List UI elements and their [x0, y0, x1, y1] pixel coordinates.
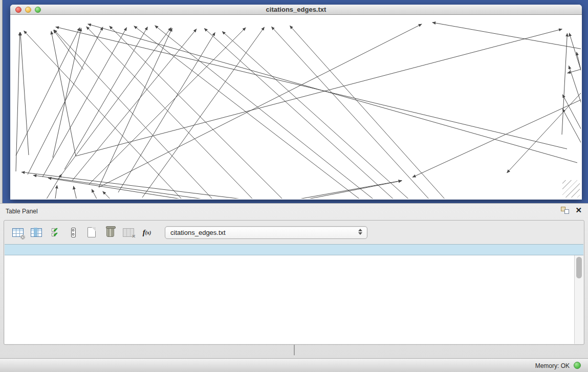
- memory-ok-indicator[interactable]: [574, 362, 581, 369]
- network-edge[interactable]: [74, 186, 82, 199]
- network-edge[interactable]: [103, 191, 135, 199]
- network-edge[interactable]: [76, 29, 562, 156]
- table-selector-value: citations_edges.txt: [165, 229, 226, 236]
- network-edge[interactable]: [86, 27, 277, 199]
- window-title: citations_edges.txt: [10, 6, 582, 13]
- table-settings-icon[interactable]: [10, 225, 26, 239]
- table-toolbar: ✔ ✔ f(x) citations_edges.txt: [4, 221, 584, 244]
- memory-status-label: Memory: OK: [535, 362, 570, 369]
- table-panel-body: ✔ ✔ f(x) citations_edges.txt: [4, 220, 584, 345]
- dropdown-stepper-icon: [358, 229, 362, 235]
- network-edge[interactable]: [48, 178, 339, 199]
- table-panel: Table Panel ✕ ✔ ✔ f(x): [0, 203, 588, 358]
- network-edge[interactable]: [28, 27, 103, 174]
- float-window-icon[interactable]: [561, 207, 569, 214]
- table-header-row: [5, 244, 583, 255]
- table-selector-dropdown[interactable]: citations_edges.txt: [165, 226, 367, 239]
- network-edge[interactable]: [92, 189, 111, 199]
- new-column-icon[interactable]: [84, 225, 99, 239]
- vertical-scrollbar[interactable]: [574, 255, 583, 344]
- row-header-icon[interactable]: [66, 225, 81, 239]
- network-edge[interactable]: [562, 33, 567, 135]
- network-edge[interactable]: [290, 26, 467, 199]
- network-canvas[interactable]: [11, 15, 581, 199]
- network-window: citations_edges.txt: [10, 5, 582, 200]
- function-builder-icon[interactable]: f(x): [139, 225, 155, 239]
- network-edge[interactable]: [562, 109, 581, 167]
- network-edge[interactable]: [222, 31, 437, 199]
- network-edge[interactable]: [72, 29, 197, 181]
- network-edge[interactable]: [56, 27, 567, 149]
- collapsed-panel-strip[interactable]: [0, 0, 3, 203]
- network-edge[interactable]: [54, 30, 236, 199]
- delete-column-icon[interactable]: [102, 225, 118, 239]
- network-edge[interactable]: [507, 80, 581, 173]
- close-panel-icon[interactable]: ✕: [575, 207, 582, 214]
- network-edge[interactable]: [33, 176, 389, 199]
- network-edge[interactable]: [271, 27, 452, 199]
- network-edge[interactable]: [204, 28, 421, 199]
- panel-title: Table Panel: [6, 208, 38, 215]
- network-desktop: citations_edges.txt: [0, 0, 588, 203]
- network-edge[interactable]: [412, 94, 581, 177]
- node-table: [5, 244, 583, 344]
- network-window-titlebar[interactable]: citations_edges.txt: [10, 5, 582, 15]
- select-columns-icon[interactable]: ✔ ✔: [47, 225, 62, 239]
- network-edge[interactable]: [562, 95, 581, 154]
- network-edge[interactable]: [110, 26, 308, 199]
- network-edge[interactable]: [51, 31, 76, 156]
- window-resize-grip[interactable]: [562, 180, 580, 198]
- table-body: [5, 255, 574, 344]
- show-column-icon[interactable]: [29, 225, 44, 239]
- delete-table-icon: [121, 225, 136, 239]
- network-edge[interactable]: [16, 32, 20, 171]
- network-edge[interactable]: [88, 24, 577, 163]
- network-edge[interactable]: [52, 185, 57, 199]
- table-tabs: [294, 344, 295, 356]
- network-edge[interactable]: [16, 28, 80, 156]
- network-edge[interactable]: [180, 181, 402, 199]
- status-bar: Memory: OK: [0, 358, 588, 372]
- network-edge[interactable]: [159, 181, 402, 199]
- network-edge[interactable]: [432, 23, 581, 51]
- network-edge[interactable]: [118, 32, 215, 192]
- scrollbar-thumb[interactable]: [576, 257, 582, 278]
- network-edge[interactable]: [20, 32, 29, 155]
- network-edge[interactable]: [134, 26, 391, 199]
- table-panel-header: Table Panel ✕: [0, 204, 588, 219]
